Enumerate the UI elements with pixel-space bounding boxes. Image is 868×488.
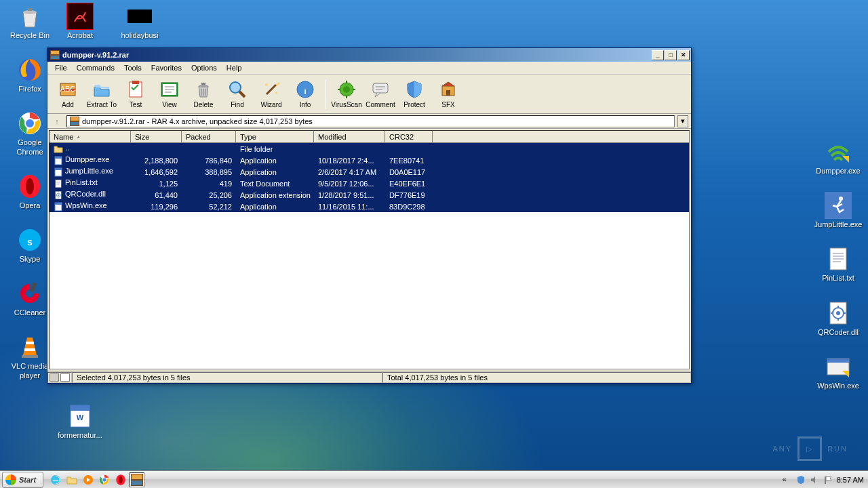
desktop-icon-formernatur-[interactable]: Wformernatur... <box>56 403 104 440</box>
column-header-modified[interactable]: Modified <box>314 131 385 142</box>
desktop-icon-holidaybusi[interactable]: holidaybusi <box>115 3 164 40</box>
column-header-packed[interactable]: Packed <box>182 131 236 142</box>
svg-point-87 <box>51 475 60 485</box>
opera-icon <box>16 173 43 200</box>
svg-point-19 <box>839 197 843 201</box>
column-header-name[interactable]: Name <box>50 131 131 142</box>
clock[interactable]: 8:57 AM <box>837 476 864 484</box>
icon-label: Acrobat <box>67 31 93 40</box>
icon-label: QRCoder.dll <box>818 328 859 337</box>
tool-label: Add <box>62 101 74 108</box>
path-dropdown-button[interactable]: ▾ <box>677 115 688 127</box>
tool-comment[interactable]: Comment <box>364 77 397 112</box>
tool-sfx[interactable]: SFX <box>432 77 465 112</box>
recycle-icon <box>16 3 43 30</box>
virus-icon <box>336 79 357 100</box>
file-row[interactable]: JumpLittle.exe 1,646,592 388,895 Applica… <box>50 166 689 178</box>
tool-delete[interactable]: Delete <box>187 77 220 112</box>
svg-point-48 <box>230 82 241 93</box>
test-icon <box>125 79 146 100</box>
start-button[interactable]: Start <box>2 472 43 488</box>
desktop-icon-pinlist-txt[interactable]: PinList.txt <box>814 245 863 283</box>
tool-find[interactable]: Find <box>221 77 254 112</box>
taskbar-item-winrar[interactable] <box>130 472 144 487</box>
minimize-button[interactable]: _ <box>652 50 664 60</box>
desktop-icon-wpswin-exe[interactable]: WpsWin.exe <box>814 353 863 390</box>
file-list: NameSizePackedTypeModifiedCRC32 .. File … <box>49 130 690 369</box>
svg-point-51 <box>265 83 268 86</box>
start-label: Start <box>19 476 36 484</box>
menu-options[interactable]: Options <box>186 62 222 73</box>
tool-view[interactable]: View <box>153 77 186 112</box>
menu-favorites[interactable]: Favorites <box>146 62 186 73</box>
file-row[interactable]: WpsWin.exe 119,296 52,212 Application 11… <box>50 201 689 212</box>
menu-tools[interactable]: Tools <box>119 62 146 73</box>
desktop-icon-recycle-bin[interactable]: Recycle Bin <box>5 3 54 40</box>
tool-add[interactable]: ABCAdd <box>52 77 84 112</box>
find-icon <box>227 79 248 100</box>
tool-virusscan[interactable]: VirusScan <box>330 77 363 112</box>
file-row[interactable]: PinList.txt 1,125 419 Text Document 9/5/… <box>50 178 689 189</box>
taskbar-item-wmp[interactable] <box>81 472 96 487</box>
tool-label: SFX <box>441 101 454 108</box>
svg-rect-14 <box>127 9 152 23</box>
cell-size: 1,646,592 <box>131 167 182 177</box>
file-row[interactable]: .. File folder <box>50 143 689 155</box>
exe-icon <box>54 167 63 177</box>
column-header-size[interactable]: Size <box>131 131 182 142</box>
cell-modified <box>314 148 385 150</box>
tool-wizard[interactable]: Wizard <box>255 77 288 112</box>
close-button[interactable]: ✕ <box>677 50 690 60</box>
tool-label: Delete <box>194 101 214 108</box>
tool-info[interactable]: iInfo <box>289 77 321 112</box>
menu-help[interactable]: Help <box>222 62 247 73</box>
firefox-icon <box>16 56 43 83</box>
svg-rect-68 <box>71 122 79 125</box>
desktop-icon-qrcoder-dll[interactable]: QRCoder.dll <box>814 300 863 337</box>
flag-icon[interactable] <box>823 475 833 485</box>
info-icon: i <box>295 79 315 100</box>
volume-icon[interactable] <box>810 475 819 485</box>
tool-extract-to[interactable]: Extract To <box>85 77 118 112</box>
svg-rect-84 <box>50 374 58 381</box>
menu-commands[interactable]: Commands <box>72 62 119 73</box>
taskbar-item-ie[interactable] <box>48 472 63 487</box>
titlebar[interactable]: dumpper-v.91.2.rar _ □ ✕ <box>47 48 691 62</box>
icon-label: CCleaner <box>14 308 45 317</box>
wps-icon <box>825 353 852 380</box>
tool-protect[interactable]: Protect <box>398 77 431 112</box>
icon-label: Skype <box>20 255 41 264</box>
icon-label: Firefox <box>18 85 41 94</box>
path-field[interactable]: dumpper-v.91.2.rar - RAR 4.x archive, un… <box>66 115 675 127</box>
menubar: FileCommandsToolsFavoritesOptionsHelp <box>47 62 691 75</box>
svg-rect-44 <box>201 83 205 85</box>
taskbar-item-chrome[interactable] <box>97 472 112 487</box>
desktop-icon-dumpper-exe[interactable]: Dumpper.exe <box>814 138 863 176</box>
tool-label: Extract To <box>87 101 117 108</box>
desktop-icon-acrobat[interactable]: Acrobat <box>56 3 104 40</box>
acrobat-icon <box>66 3 94 30</box>
menu-file[interactable]: File <box>50 62 72 73</box>
svg-rect-65 <box>446 90 450 96</box>
statusbar: Selected 4,017,253 bytes in 5 files Tota… <box>47 371 691 383</box>
file-row[interactable]: Dumpper.exe 2,188,800 786,840 Applicatio… <box>50 155 689 166</box>
desktop-icon-jumplittle-exe[interactable]: JumpLittle.exe <box>814 192 863 229</box>
status-selected: Selected 4,017,253 bytes in 5 files <box>72 372 382 383</box>
file-row[interactable]: QRCoder.dll 61,440 25,206 Application ex… <box>50 189 689 201</box>
column-header-crc32[interactable]: CRC32 <box>385 131 433 142</box>
expand-tray-icon[interactable]: « <box>783 475 792 485</box>
taskbar-item-opera[interactable] <box>113 472 128 487</box>
column-header-type[interactable]: Type <box>236 131 314 142</box>
icon-label: WpsWin.exe <box>817 382 859 390</box>
taskbar: Start « 8:57 AM <box>0 470 868 488</box>
status-icons <box>47 372 72 383</box>
up-button[interactable]: ↑ <box>50 115 64 127</box>
icon-label: JumpLittle.exe <box>814 220 863 229</box>
extract-icon <box>92 79 112 100</box>
tool-test[interactable]: Test <box>119 77 152 112</box>
windows-logo-icon <box>5 474 16 485</box>
shield-icon[interactable] <box>796 475 806 485</box>
maximize-button[interactable]: □ <box>665 50 677 60</box>
taskbar-item-explorer[interactable] <box>64 472 79 487</box>
dll-icon <box>825 300 852 327</box>
